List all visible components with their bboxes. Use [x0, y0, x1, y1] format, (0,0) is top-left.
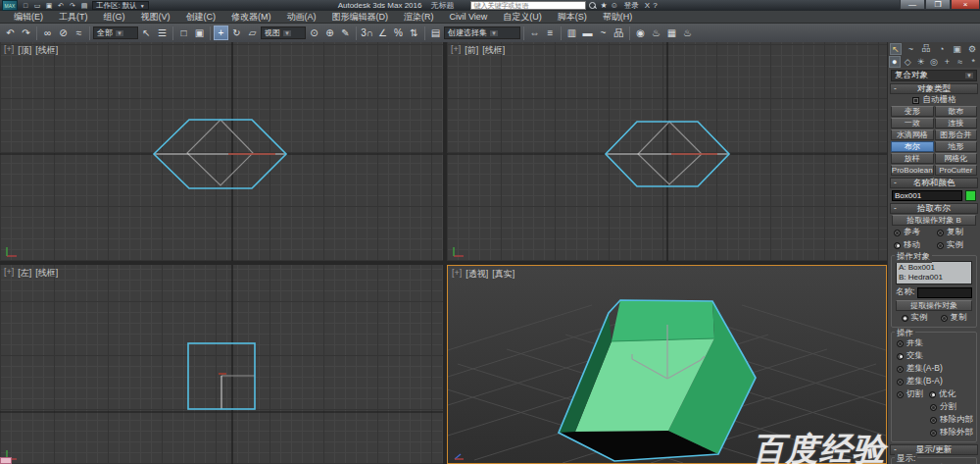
category-lights-icon[interactable]: ☀: [915, 56, 927, 68]
rendered-frame-icon[interactable]: ▦: [664, 26, 679, 40]
select-and-rotate-icon[interactable]: ↻: [229, 26, 244, 40]
favorites-icon[interactable]: ★: [600, 1, 607, 10]
spinner-snap-icon[interactable]: ⇅: [407, 26, 421, 40]
keyboard-override-icon[interactable]: ✎: [338, 26, 353, 40]
named-selection-set-dropdown[interactable]: 创建选择集 ▼: [444, 26, 520, 39]
select-and-link-icon[interactable]: ∞: [40, 26, 55, 40]
menu-create[interactable]: 创建(C): [178, 11, 224, 24]
operands-list[interactable]: A: Box001 B: Hedra001: [896, 261, 972, 284]
align-icon[interactable]: ≡: [543, 26, 558, 40]
viewport-shading[interactable]: [线框]: [482, 44, 505, 57]
radio-cut-remove-outside[interactable]: 移除外部: [930, 427, 973, 438]
viewport-menu-plus[interactable]: [+]: [451, 44, 461, 57]
tab-utilities-icon[interactable]: ⚙: [966, 43, 978, 55]
select-and-manipulate-icon[interactable]: ⊕: [322, 26, 337, 40]
select-object-icon[interactable]: ↖: [139, 26, 154, 40]
open-file-icon[interactable]: ▭: [32, 1, 42, 10]
edit-named-selection-sets-icon[interactable]: ▤: [428, 26, 443, 40]
operand-b[interactable]: B: Hedra001: [899, 273, 969, 283]
minimize-button[interactable]: —: [900, 0, 925, 10]
button-scatter[interactable]: 散布: [935, 106, 978, 117]
viewport-name[interactable]: [顶]: [18, 44, 31, 57]
render-production-icon[interactable]: ♨: [680, 26, 695, 40]
menu-customize[interactable]: 自定义(U): [495, 11, 550, 24]
menu-modifiers[interactable]: 修改器(M): [223, 11, 279, 24]
button-loft[interactable]: 放样: [891, 153, 934, 164]
menu-civil-view[interactable]: Civil View: [442, 12, 496, 22]
category-cameras-icon[interactable]: ◎: [928, 56, 940, 68]
autogrid-checkbox[interactable]: [912, 97, 919, 104]
menu-rendering[interactable]: 渲染(R): [396, 11, 442, 24]
radio-cut-refine[interactable]: 优化: [929, 388, 956, 400]
button-morph[interactable]: 变形: [891, 106, 934, 117]
tab-display-icon[interactable]: ▣: [951, 43, 962, 55]
menu-help[interactable]: 帮助(H): [595, 11, 641, 24]
redo-icon[interactable]: ↷: [68, 1, 77, 10]
viewport-shading[interactable]: [线框]: [35, 267, 58, 280]
operand-a[interactable]: A: Box001: [899, 263, 969, 273]
exchange-icon[interactable]: X: [645, 1, 650, 10]
viewport-shading[interactable]: [线框]: [35, 44, 58, 57]
rollout-object-type[interactable]: - 对象类型: [890, 83, 978, 94]
select-and-move-icon[interactable]: +: [214, 26, 228, 40]
button-procutter[interactable]: ProCutter: [935, 165, 978, 176]
menu-animation[interactable]: 动画(A): [279, 11, 324, 24]
tab-hierarchy-icon[interactable]: 品: [920, 43, 932, 55]
button-terrain[interactable]: 地形: [935, 141, 978, 152]
viewport-left[interactable]: [+] [左] [线框]: [0, 265, 443, 464]
extract-operand-button[interactable]: 提取操作对象: [896, 300, 972, 311]
menu-edit[interactable]: 编辑(E): [6, 11, 51, 24]
window-crossing-icon[interactable]: ▣: [192, 26, 207, 40]
button-shapemerge[interactable]: 图形合并: [935, 129, 978, 140]
redo-icon[interactable]: ↷: [19, 26, 33, 40]
radio-copy[interactable]: 复制: [937, 227, 963, 238]
radio-cut-split[interactable]: 分割: [930, 401, 956, 413]
button-conform[interactable]: 一致: [891, 118, 934, 129]
viewport-menu-plus[interactable]: [+]: [452, 268, 462, 281]
button-blobmesh[interactable]: 水滴网格: [891, 129, 934, 140]
selection-region-icon[interactable]: □: [176, 26, 191, 40]
button-boolean[interactable]: 布尔: [891, 141, 934, 152]
undo-icon[interactable]: ↶: [56, 1, 66, 10]
tab-create-icon[interactable]: ↖: [890, 43, 902, 55]
radio-extract-instance[interactable]: 实例: [902, 312, 928, 324]
selection-filter-dropdown[interactable]: 全部 ▼: [93, 26, 138, 39]
boolean-result-object[interactable]: [559, 300, 756, 461]
application-menu-button[interactable]: MAX: [2, 0, 18, 11]
radio-reference[interactable]: 参考: [894, 227, 935, 238]
curve-editor-icon[interactable]: ~: [596, 26, 611, 40]
category-space-warps-icon[interactable]: ≈: [955, 56, 966, 68]
user-icon[interactable]: ☺: [611, 1, 618, 10]
viewport-name[interactable]: [前]: [465, 44, 478, 57]
radio-subtract-a-b[interactable]: 差集(A-B): [897, 363, 943, 375]
new-scene-icon[interactable]: □: [21, 1, 30, 10]
button-proboolean[interactable]: ProBoolean: [891, 165, 934, 176]
use-pivot-center-icon[interactable]: ⊙: [307, 26, 321, 40]
percent-snap-icon[interactable]: %: [391, 26, 406, 40]
viewport-shading[interactable]: [真实]: [492, 268, 514, 281]
radio-subtract-b-a[interactable]: 差集(B-A): [897, 376, 943, 387]
viewport-menu-plus[interactable]: [+]: [4, 267, 14, 280]
menu-tools[interactable]: 工具(T): [51, 11, 96, 24]
search-icon[interactable]: [589, 2, 597, 10]
undo-icon[interactable]: ↶: [3, 26, 18, 40]
material-editor-icon[interactable]: ◉: [633, 26, 648, 40]
graphite-ribbon-icon[interactable]: ▬: [580, 26, 595, 40]
angle-snap-icon[interactable]: ∠: [375, 26, 390, 40]
help-icon[interactable]: ?: [653, 1, 657, 10]
tab-modify-icon[interactable]: ~: [905, 43, 916, 55]
unlink-selection-icon[interactable]: ⊘: [56, 26, 71, 40]
viewport-perspective-active[interactable]: [+] [透视] [真实]: [447, 265, 887, 464]
viewport-menu-plus[interactable]: [+]: [4, 44, 14, 57]
menu-group[interactable]: 组(G): [96, 11, 133, 24]
radio-cut-remove-inside[interactable]: 移除内部: [930, 414, 973, 426]
search-input[interactable]: [470, 1, 586, 10]
menu-views[interactable]: 视图(V): [133, 11, 178, 24]
category-shapes-icon[interactable]: ◇: [902, 56, 913, 68]
category-helpers-icon[interactable]: +: [941, 56, 953, 68]
viewport-top[interactable]: [+] [顶] [线框]: [0, 42, 443, 261]
button-connect[interactable]: 连接: [935, 118, 978, 129]
maximize-button[interactable]: ❒: [925, 0, 951, 10]
select-and-scale-icon[interactable]: ▱: [245, 26, 260, 40]
category-geometry-icon[interactable]: ●: [889, 56, 901, 68]
